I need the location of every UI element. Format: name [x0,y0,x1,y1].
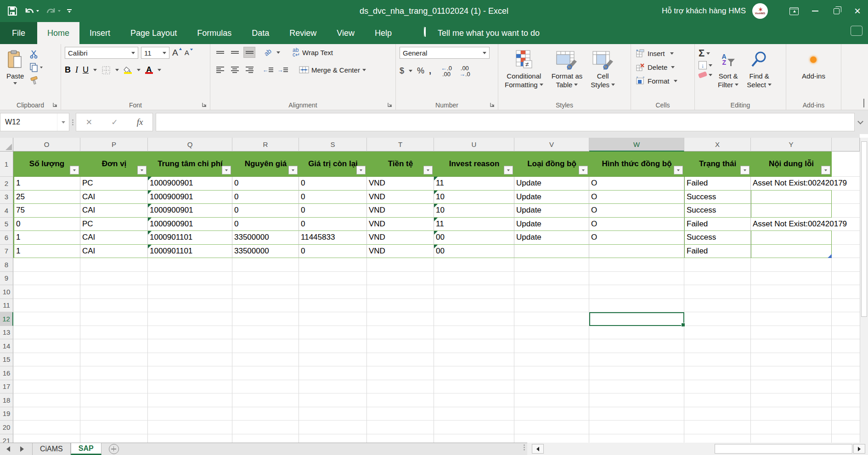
cell-X15[interactable] [684,353,751,367]
cell-W13[interactable] [589,326,684,340]
cell-Q18[interactable] [148,393,232,407]
horizontal-scrollbar[interactable] [527,443,868,455]
row-header-11[interactable]: 11 [0,299,13,313]
cell-Y15[interactable] [751,353,832,367]
cell-T6[interactable]: VND [367,231,434,245]
font-name-select[interactable]: Calibri [65,47,138,59]
align-center-button[interactable] [229,64,241,75]
row-header-17[interactable]: 17 [0,380,13,394]
cell-P19[interactable] [80,407,148,421]
cell-S20[interactable] [299,421,367,434]
comma-style-button[interactable]: , [429,66,431,76]
scroll-left-button[interactable] [532,444,544,454]
cell-gutter18[interactable] [832,393,860,407]
cell-O17[interactable] [13,380,80,394]
cell-gutter21[interactable] [832,434,860,443]
sheet-tab-sap[interactable]: SAP [71,443,101,455]
cell-V14[interactable] [514,339,589,353]
cell-P8[interactable] [80,258,148,272]
cell-S17[interactable] [299,380,367,394]
cell-S16[interactable] [299,366,367,380]
cell-W3[interactable]: O [589,191,684,204]
cell-X2[interactable]: Failed [684,177,751,191]
cell-U14[interactable] [434,339,514,353]
account-avatar[interactable]: ✶ VinHMS [752,3,768,19]
undo-button[interactable] [24,6,39,16]
cell-X21[interactable] [684,434,751,443]
ribbon-tab-view[interactable]: View [327,22,365,44]
cell-U5[interactable]: 11 [434,218,514,231]
cell-R6[interactable]: 33500000 [232,231,299,245]
cell-X18[interactable] [684,393,751,407]
cell-X17[interactable] [684,380,751,394]
cell-Q6[interactable]: 1000901101 [148,231,232,245]
cell-O13[interactable] [13,326,80,340]
cell-R17[interactable] [232,380,299,394]
cell-O10[interactable] [13,285,80,299]
ribbon-tab-review[interactable]: Review [279,22,327,44]
next-sheet-icon[interactable] [20,446,24,452]
formula-input[interactable] [156,113,855,131]
cell-Q9[interactable] [148,272,232,286]
increase-indent-button[interactable]: → [276,64,288,75]
cell-Y5[interactable]: Asset Not Exist:002420179 [751,218,832,231]
cell-P20[interactable] [80,421,148,434]
middle-align-button[interactable] [229,47,241,58]
font-dialog-launcher-icon[interactable] [202,102,208,108]
cell-T13[interactable] [367,326,434,340]
cell-O5[interactable]: 0 [13,218,80,231]
cell-W11[interactable] [589,299,684,313]
active-cell-outline[interactable] [589,312,684,326]
cell-S14[interactable] [299,339,367,353]
cell-S6[interactable]: 11445833 [299,231,367,245]
cell-Q13[interactable] [148,326,232,340]
row-header-3[interactable]: 3 [0,191,13,204]
cell-P17[interactable] [80,380,148,394]
cell-O3[interactable]: 25 [13,191,80,204]
name-box[interactable]: W12 [0,113,69,131]
cell-O14[interactable] [13,339,80,353]
cell-Y16[interactable] [751,366,832,380]
underline-button[interactable]: U [83,65,89,75]
select-all-corner[interactable] [0,138,13,152]
format-as-table-button[interactable]: Format as Table [549,47,586,99]
cell-Y13[interactable] [751,326,832,340]
cell-O9[interactable] [13,272,80,286]
font-size-select[interactable]: 11 [141,47,169,59]
cell-U2[interactable]: 11 [434,177,514,191]
cell-P13[interactable] [80,326,148,340]
fill-color-button[interactable] [124,67,132,74]
cell-S8[interactable] [299,258,367,272]
cell-U19[interactable] [434,407,514,421]
cell-Y8[interactable] [751,258,832,272]
align-left-button[interactable] [214,64,226,75]
fill-button[interactable]: ↓ [699,61,712,69]
cell-R9[interactable] [232,272,299,286]
cell-T8[interactable] [367,258,434,272]
cell-V9[interactable] [514,272,589,286]
decrease-font-icon[interactable]: A [185,50,189,56]
cell-Q2[interactable]: 1000900901 [148,177,232,191]
filter-button-Q[interactable] [222,166,231,174]
ribbon-tab-formulas[interactable]: Formulas [187,22,242,44]
cell-Y4[interactable] [751,204,832,218]
cell-T20[interactable] [367,421,434,434]
vertical-scrollbar[interactable] [860,138,868,443]
sheet-tab-ciams[interactable]: CiAMS [32,443,71,455]
sort-filter-button[interactable]: AZ Sort & Filter [715,47,741,99]
cell-T9[interactable] [367,272,434,286]
cell-P10[interactable] [80,285,148,299]
cell-P16[interactable] [80,366,148,380]
cell-Y21[interactable] [751,434,832,443]
format-painter-button[interactable] [29,76,43,85]
ribbon-tab-insert[interactable]: Insert [79,22,120,44]
cell-Q12[interactable] [148,312,232,326]
cell-U13[interactable] [434,326,514,340]
cell-U3[interactable]: 10 [434,191,514,204]
customize-qat-icon[interactable] [67,9,72,13]
cell-W14[interactable] [589,339,684,353]
filter-button-X[interactable] [740,166,750,174]
cell-S18[interactable] [299,393,367,407]
cell-Q16[interactable] [148,366,232,380]
cell-V20[interactable] [514,421,589,434]
